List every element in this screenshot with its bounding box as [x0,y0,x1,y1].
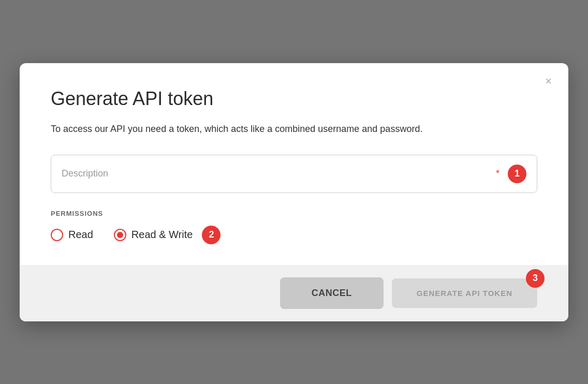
generate-api-token-button[interactable]: GENERATE API TOKEN [392,278,537,308]
modal-dialog: × Generate API token To access our API y… [20,63,568,321]
radio-read-write-label: Read & Write [131,229,193,241]
description-input-wrapper: * 1 [51,155,537,193]
permissions-label: PERMISSIONS [51,210,537,217]
close-button[interactable]: × [541,73,556,89]
description-input[interactable] [62,168,495,179]
permissions-row: Read Read & Write 2 [51,226,537,244]
step-1-badge: 1 [508,165,526,183]
step-2-badge: 2 [202,226,220,244]
radio-read-circle [51,229,63,241]
close-icon: × [545,75,552,87]
modal-footer: CANCEL GENERATE API TOKEN 3 [20,265,568,321]
radio-read-option[interactable]: Read [51,229,93,241]
radio-read-write-option[interactable]: Read & Write 2 [114,226,221,244]
radio-read-label: Read [68,229,93,241]
cancel-button[interactable]: CANCEL [280,277,384,309]
required-indicator: * [496,168,499,179]
generate-wrapper: GENERATE API TOKEN 3 [392,278,537,308]
step-3-badge: 3 [526,269,545,288]
modal-title: Generate API token [51,88,537,110]
radio-read-write-circle [114,229,126,241]
modal-body: Generate API token To access our API you… [20,63,568,265]
modal-description: To access our API you need a token, whic… [51,122,475,136]
